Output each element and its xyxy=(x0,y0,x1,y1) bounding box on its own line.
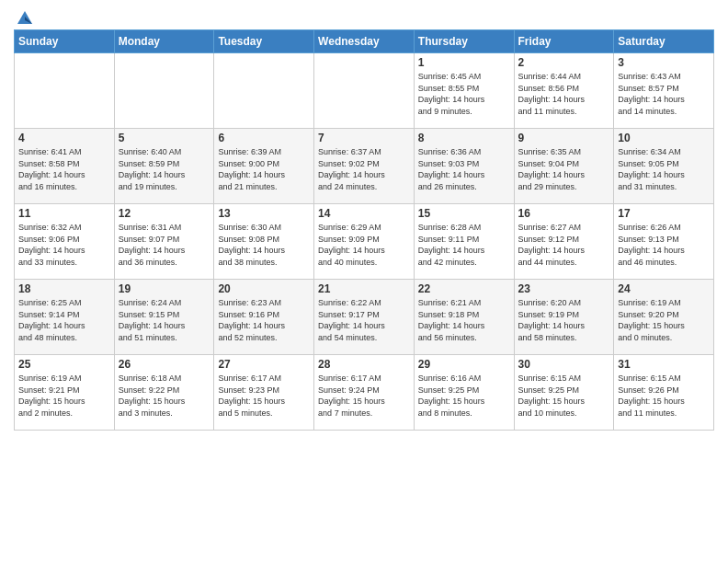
day-info: Sunrise: 6:25 AM Sunset: 9:14 PM Dayligh… xyxy=(18,297,110,343)
day-number: 14 xyxy=(318,207,410,220)
calendar-cell: 31Sunrise: 6:15 AM Sunset: 9:26 PM Dayli… xyxy=(614,355,714,431)
day-info: Sunrise: 6:40 AM Sunset: 8:59 PM Dayligh… xyxy=(119,146,210,192)
day-number: 8 xyxy=(418,132,510,144)
calendar-cell xyxy=(314,53,415,129)
calendar-cell: 27Sunrise: 6:17 AM Sunset: 9:23 PM Dayli… xyxy=(214,355,314,431)
day-number: 7 xyxy=(318,132,410,144)
calendar-cell: 4Sunrise: 6:41 AM Sunset: 8:58 PM Daylig… xyxy=(15,129,115,204)
day-info: Sunrise: 6:26 AM Sunset: 9:13 PM Dayligh… xyxy=(618,222,710,268)
day-info: Sunrise: 6:23 AM Sunset: 9:16 PM Dayligh… xyxy=(218,297,310,343)
calendar-week-row: 1Sunrise: 6:45 AM Sunset: 8:55 PM Daylig… xyxy=(15,53,714,129)
day-header: Saturday xyxy=(614,30,714,53)
day-info: Sunrise: 6:27 AM Sunset: 9:12 PM Dayligh… xyxy=(518,222,610,268)
day-number: 3 xyxy=(618,56,710,69)
day-info: Sunrise: 6:16 AM Sunset: 9:25 PM Dayligh… xyxy=(418,373,510,419)
day-info: Sunrise: 6:45 AM Sunset: 8:55 PM Dayligh… xyxy=(418,71,510,117)
day-info: Sunrise: 6:28 AM Sunset: 9:11 PM Dayligh… xyxy=(418,222,510,268)
calendar-cell: 24Sunrise: 6:19 AM Sunset: 9:20 PM Dayli… xyxy=(614,280,714,355)
day-info: Sunrise: 6:21 AM Sunset: 9:18 PM Dayligh… xyxy=(418,297,510,343)
calendar-cell: 29Sunrise: 6:16 AM Sunset: 9:25 PM Dayli… xyxy=(414,355,514,431)
calendar-cell: 14Sunrise: 6:29 AM Sunset: 9:09 PM Dayli… xyxy=(314,204,415,280)
day-number: 13 xyxy=(218,207,310,220)
day-number: 29 xyxy=(418,358,510,371)
day-info: Sunrise: 6:36 AM Sunset: 9:03 PM Dayligh… xyxy=(418,146,510,192)
calendar-table: SundayMondayTuesdayWednesdayThursdayFrid… xyxy=(14,29,714,431)
day-header: Friday xyxy=(514,30,614,53)
calendar-cell: 20Sunrise: 6:23 AM Sunset: 9:16 PM Dayli… xyxy=(214,280,314,355)
day-number: 17 xyxy=(618,207,710,220)
calendar-cell: 12Sunrise: 6:31 AM Sunset: 9:07 PM Dayli… xyxy=(114,204,214,280)
calendar-cell xyxy=(114,53,214,129)
day-number: 30 xyxy=(518,358,610,371)
calendar-cell: 21Sunrise: 6:22 AM Sunset: 9:17 PM Dayli… xyxy=(314,280,415,355)
calendar-week-row: 4Sunrise: 6:41 AM Sunset: 8:58 PM Daylig… xyxy=(15,129,714,204)
day-header: Wednesday xyxy=(314,30,415,53)
day-info: Sunrise: 6:19 AM Sunset: 9:20 PM Dayligh… xyxy=(618,297,710,343)
calendar-cell: 22Sunrise: 6:21 AM Sunset: 9:18 PM Dayli… xyxy=(414,280,514,355)
day-number: 12 xyxy=(119,207,210,220)
calendar-cell: 16Sunrise: 6:27 AM Sunset: 9:12 PM Dayli… xyxy=(514,204,614,280)
header xyxy=(14,9,714,22)
calendar-cell: 6Sunrise: 6:39 AM Sunset: 9:00 PM Daylig… xyxy=(214,129,314,204)
calendar-cell: 2Sunrise: 6:44 AM Sunset: 8:56 PM Daylig… xyxy=(514,53,614,129)
calendar-cell: 15Sunrise: 6:28 AM Sunset: 9:11 PM Dayli… xyxy=(414,204,514,280)
day-info: Sunrise: 6:17 AM Sunset: 9:23 PM Dayligh… xyxy=(218,373,310,419)
page: SundayMondayTuesdayWednesdayThursdayFrid… xyxy=(0,0,728,563)
day-info: Sunrise: 6:17 AM Sunset: 9:24 PM Dayligh… xyxy=(318,373,410,419)
day-info: Sunrise: 6:34 AM Sunset: 9:05 PM Dayligh… xyxy=(618,146,710,192)
calendar-cell: 5Sunrise: 6:40 AM Sunset: 8:59 PM Daylig… xyxy=(114,129,214,204)
day-info: Sunrise: 6:39 AM Sunset: 9:00 PM Dayligh… xyxy=(218,146,310,192)
day-number: 16 xyxy=(518,207,610,220)
calendar-cell: 30Sunrise: 6:15 AM Sunset: 9:25 PM Dayli… xyxy=(514,355,614,431)
day-number: 10 xyxy=(618,132,710,144)
calendar-cell: 1Sunrise: 6:45 AM Sunset: 8:55 PM Daylig… xyxy=(414,53,514,129)
calendar-cell: 18Sunrise: 6:25 AM Sunset: 9:14 PM Dayli… xyxy=(15,280,115,355)
day-header: Monday xyxy=(114,30,214,53)
day-info: Sunrise: 6:15 AM Sunset: 9:26 PM Dayligh… xyxy=(618,373,710,419)
calendar-header: SundayMondayTuesdayWednesdayThursdayFrid… xyxy=(15,30,714,53)
day-number: 4 xyxy=(18,132,110,144)
day-info: Sunrise: 6:37 AM Sunset: 9:02 PM Dayligh… xyxy=(318,146,410,192)
calendar-cell: 11Sunrise: 6:32 AM Sunset: 9:06 PM Dayli… xyxy=(15,204,115,280)
day-number: 24 xyxy=(618,282,710,295)
day-info: Sunrise: 6:15 AM Sunset: 9:25 PM Dayligh… xyxy=(518,373,610,419)
day-number: 1 xyxy=(418,56,510,69)
day-header: Tuesday xyxy=(214,30,314,53)
day-number: 21 xyxy=(318,282,410,295)
day-number: 15 xyxy=(418,207,510,220)
day-number: 25 xyxy=(18,358,110,371)
day-number: 20 xyxy=(218,282,310,295)
calendar-week-row: 25Sunrise: 6:19 AM Sunset: 9:21 PM Dayli… xyxy=(15,355,714,431)
day-number: 31 xyxy=(618,358,710,371)
day-info: Sunrise: 6:18 AM Sunset: 9:22 PM Dayligh… xyxy=(119,373,210,419)
calendar-cell: 7Sunrise: 6:37 AM Sunset: 9:02 PM Daylig… xyxy=(314,129,415,204)
day-number: 23 xyxy=(518,282,610,295)
calendar-cell: 13Sunrise: 6:30 AM Sunset: 9:08 PM Dayli… xyxy=(214,204,314,280)
day-info: Sunrise: 6:22 AM Sunset: 9:17 PM Dayligh… xyxy=(318,297,410,343)
day-number: 5 xyxy=(119,132,210,144)
day-header: Sunday xyxy=(15,30,115,53)
calendar-week-row: 18Sunrise: 6:25 AM Sunset: 9:14 PM Dayli… xyxy=(15,280,714,355)
calendar-cell: 10Sunrise: 6:34 AM Sunset: 9:05 PM Dayli… xyxy=(614,129,714,204)
day-header: Thursday xyxy=(414,30,514,53)
logo xyxy=(14,9,34,22)
day-number: 27 xyxy=(218,358,310,371)
day-info: Sunrise: 6:30 AM Sunset: 9:08 PM Dayligh… xyxy=(218,222,310,268)
calendar-cell xyxy=(214,53,314,129)
calendar-cell: 25Sunrise: 6:19 AM Sunset: 9:21 PM Dayli… xyxy=(15,355,115,431)
day-info: Sunrise: 6:43 AM Sunset: 8:57 PM Dayligh… xyxy=(618,71,710,117)
day-number: 28 xyxy=(318,358,410,371)
calendar-body: 1Sunrise: 6:45 AM Sunset: 8:55 PM Daylig… xyxy=(15,53,714,431)
calendar-cell: 9Sunrise: 6:35 AM Sunset: 9:04 PM Daylig… xyxy=(514,129,614,204)
day-info: Sunrise: 6:19 AM Sunset: 9:21 PM Dayligh… xyxy=(18,373,110,419)
day-number: 19 xyxy=(119,282,210,295)
calendar-cell: 3Sunrise: 6:43 AM Sunset: 8:57 PM Daylig… xyxy=(614,53,714,129)
day-info: Sunrise: 6:44 AM Sunset: 8:56 PM Dayligh… xyxy=(518,71,610,117)
day-number: 18 xyxy=(18,282,110,295)
day-number: 11 xyxy=(18,207,110,220)
day-info: Sunrise: 6:24 AM Sunset: 9:15 PM Dayligh… xyxy=(119,297,210,343)
header-row: SundayMondayTuesdayWednesdayThursdayFrid… xyxy=(15,30,714,53)
calendar-cell: 23Sunrise: 6:20 AM Sunset: 9:19 PM Dayli… xyxy=(514,280,614,355)
calendar-cell: 19Sunrise: 6:24 AM Sunset: 9:15 PM Dayli… xyxy=(114,280,214,355)
calendar-cell xyxy=(15,53,115,129)
